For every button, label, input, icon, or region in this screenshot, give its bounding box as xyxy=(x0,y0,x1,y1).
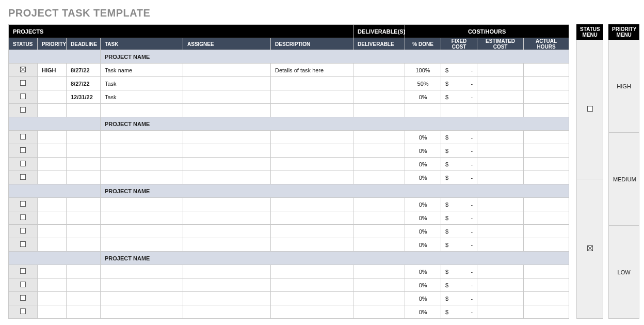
project-name-cell[interactable]: PROJECT NAME xyxy=(101,50,569,64)
status-cell[interactable] xyxy=(9,158,38,171)
priority-cell[interactable] xyxy=(38,131,67,144)
fixed-cost-cell[interactable]: $- xyxy=(441,305,477,319)
actual-hours-cell[interactable] xyxy=(524,77,569,90)
status-cell[interactable] xyxy=(9,265,38,278)
deadline-cell[interactable]: 12/31/22 xyxy=(67,90,101,104)
deadline-cell[interactable] xyxy=(67,225,101,238)
assignee-cell[interactable] xyxy=(183,104,271,117)
task-cell[interactable]: Task xyxy=(101,77,183,90)
fixed-cost-cell[interactable]: $- xyxy=(441,238,477,252)
status-cell[interactable] xyxy=(9,64,38,77)
percent-done-cell[interactable]: 0% xyxy=(405,225,441,238)
deliverable-cell[interactable] xyxy=(353,131,405,144)
actual-hours-cell[interactable] xyxy=(524,292,569,305)
percent-done-cell[interactable]: 0% xyxy=(405,144,441,158)
status-checkbox-icon[interactable] xyxy=(20,107,26,113)
deliverable-cell[interactable] xyxy=(353,292,405,305)
priority-cell[interactable]: HIGH xyxy=(38,64,67,77)
priority-cell[interactable] xyxy=(38,144,67,158)
percent-done-cell[interactable]: 50% xyxy=(405,77,441,90)
task-cell[interactable]: Task xyxy=(101,90,183,104)
deliverable-cell[interactable] xyxy=(353,211,405,225)
priority-cell[interactable] xyxy=(38,225,67,238)
actual-hours-cell[interactable] xyxy=(524,171,569,184)
deadline-cell[interactable] xyxy=(67,131,101,144)
status-checkbox-icon[interactable] xyxy=(20,134,26,140)
description-cell[interactable] xyxy=(271,77,353,90)
deadline-cell[interactable] xyxy=(67,265,101,278)
deadline-cell[interactable] xyxy=(67,104,101,117)
assignee-cell[interactable] xyxy=(183,265,271,278)
task-cell[interactable] xyxy=(101,104,183,117)
assignee-cell[interactable] xyxy=(183,77,271,90)
status-checkbox-icon[interactable] xyxy=(20,241,26,247)
deliverable-cell[interactable] xyxy=(353,77,405,90)
deadline-cell[interactable]: 8/27/22 xyxy=(67,64,101,77)
priority-cell[interactable] xyxy=(38,90,67,104)
percent-done-cell[interactable]: 0% xyxy=(405,90,441,104)
estimated-cost-cell[interactable] xyxy=(477,278,524,292)
estimated-cost-cell[interactable] xyxy=(477,292,524,305)
status-cell[interactable] xyxy=(9,171,38,184)
status-checkbox-icon[interactable] xyxy=(20,228,26,234)
actual-hours-cell[interactable] xyxy=(524,144,569,158)
fixed-cost-cell[interactable]: $- xyxy=(441,90,477,104)
status-cell[interactable] xyxy=(9,77,38,90)
estimated-cost-cell[interactable] xyxy=(477,265,524,278)
actual-hours-cell[interactable] xyxy=(524,278,569,292)
assignee-cell[interactable] xyxy=(183,305,271,319)
fixed-cost-cell[interactable]: $- xyxy=(441,211,477,225)
deliverable-cell[interactable] xyxy=(353,225,405,238)
estimated-cost-cell[interactable] xyxy=(477,158,524,171)
project-name-cell[interactable]: PROJECT NAME xyxy=(101,252,569,265)
actual-hours-cell[interactable] xyxy=(524,211,569,225)
description-cell[interactable] xyxy=(271,265,353,278)
priority-menu-item[interactable]: HIGH xyxy=(609,40,639,133)
percent-done-cell[interactable]: 0% xyxy=(405,158,441,171)
description-cell[interactable] xyxy=(271,225,353,238)
assignee-cell[interactable] xyxy=(183,225,271,238)
task-cell[interactable]: Task name xyxy=(101,64,183,77)
status-cell[interactable] xyxy=(9,225,38,238)
status-checkbox-icon[interactable] xyxy=(20,268,26,274)
status-cell[interactable] xyxy=(9,90,38,104)
description-cell[interactable] xyxy=(271,305,353,319)
estimated-cost-cell[interactable] xyxy=(477,104,524,117)
task-cell[interactable] xyxy=(101,198,183,211)
deliverable-cell[interactable] xyxy=(353,198,405,211)
status-cell[interactable] xyxy=(9,278,38,292)
estimated-cost-cell[interactable] xyxy=(477,131,524,144)
status-checkbox-icon[interactable] xyxy=(20,161,26,166)
actual-hours-cell[interactable] xyxy=(524,198,569,211)
estimated-cost-cell[interactable] xyxy=(477,238,524,252)
status-menu-item[interactable] xyxy=(577,179,603,319)
fixed-cost-cell[interactable]: $- xyxy=(441,64,477,77)
percent-done-cell[interactable]: 0% xyxy=(405,292,441,305)
actual-hours-cell[interactable] xyxy=(524,265,569,278)
priority-cell[interactable] xyxy=(38,305,67,319)
status-cell[interactable] xyxy=(9,305,38,319)
fixed-cost-cell[interactable]: $- xyxy=(441,144,477,158)
assignee-cell[interactable] xyxy=(183,211,271,225)
actual-hours-cell[interactable] xyxy=(524,64,569,77)
estimated-cost-cell[interactable] xyxy=(477,211,524,225)
priority-cell[interactable] xyxy=(38,238,67,252)
description-cell[interactable] xyxy=(271,90,353,104)
priority-cell[interactable] xyxy=(38,158,67,171)
description-cell[interactable] xyxy=(271,211,353,225)
deadline-cell[interactable] xyxy=(67,238,101,252)
percent-done-cell[interactable]: 0% xyxy=(405,238,441,252)
deliverable-cell[interactable] xyxy=(353,171,405,184)
fixed-cost-cell[interactable]: $- xyxy=(441,77,477,90)
estimated-cost-cell[interactable] xyxy=(477,225,524,238)
description-cell[interactable] xyxy=(271,104,353,117)
actual-hours-cell[interactable] xyxy=(524,238,569,252)
priority-menu-item[interactable]: MEDIUM xyxy=(609,133,639,226)
description-cell[interactable] xyxy=(271,171,353,184)
priority-cell[interactable] xyxy=(38,265,67,278)
project-name-cell[interactable]: PROJECT NAME xyxy=(101,117,569,131)
description-cell[interactable] xyxy=(271,144,353,158)
deliverable-cell[interactable] xyxy=(353,90,405,104)
estimated-cost-cell[interactable] xyxy=(477,305,524,319)
description-cell[interactable] xyxy=(271,158,353,171)
